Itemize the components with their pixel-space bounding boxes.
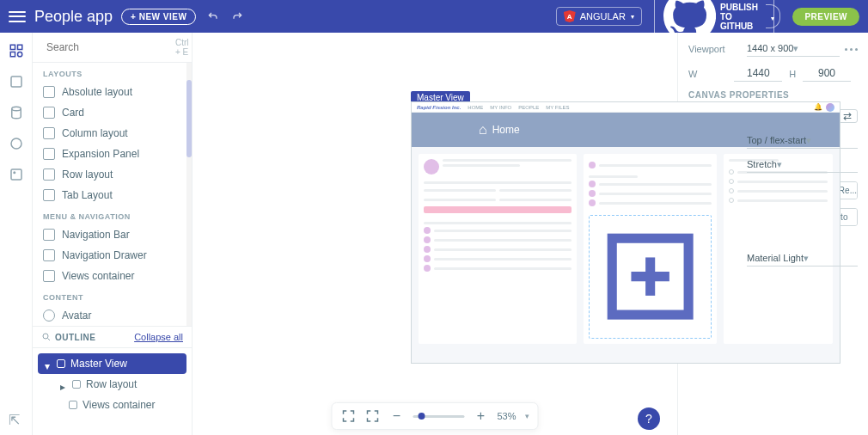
theme-select[interactable]: Material Light▾ (747, 251, 858, 267)
svg-rect-2 (10, 52, 15, 57)
caret-down-icon: ▾ (45, 360, 52, 367)
nav-myinfo[interactable]: MY INFO (490, 105, 511, 110)
zoom-value: 53% (497, 411, 516, 421)
tree-node-views-container[interactable]: Views container (38, 395, 186, 415)
theme-rail-icon[interactable] (9, 136, 24, 151)
component-card[interactable]: Card (33, 102, 186, 123)
height-label: H (789, 69, 803, 79)
home-icon: ⌂ (479, 122, 487, 138)
component-absolute-layout[interactable]: Absolute layout (33, 82, 186, 102)
hero-title: Home (492, 124, 520, 136)
fit-icon[interactable] (340, 408, 356, 424)
angular-icon: A (564, 10, 576, 22)
nav-people[interactable]: PEOPLE (518, 105, 539, 110)
assets-rail-icon[interactable] (9, 167, 24, 182)
chevron-down-icon: ▾ (631, 13, 634, 21)
avatar[interactable] (826, 103, 834, 112)
caret-right-icon: ▸ (60, 381, 67, 388)
more-icon[interactable] (845, 48, 858, 51)
search-shortcut: Ctrl + E (175, 38, 189, 57)
canvas[interactable]: Master View Rapid Fission Inc. HOME MY I… (193, 33, 677, 435)
component-expansion-panel[interactable]: Expansion Panel (33, 144, 186, 164)
outline-title: OUTLINE (55, 333, 95, 342)
svg-rect-4 (11, 77, 21, 87)
svg-line-12 (48, 339, 51, 341)
component-navigation-drawer[interactable]: Navigation Drawer (33, 245, 186, 266)
zoom-toolbar: − + 53% ▾ (331, 402, 538, 430)
outline-tree: ▾ Master View ▸ Row layout Views contain… (33, 348, 192, 420)
add-icon (593, 219, 707, 334)
svg-point-8 (13, 171, 15, 174)
new-view-button[interactable]: + NEW VIEW (121, 9, 196, 25)
tree-node-row-layout[interactable]: ▸ Row layout (38, 374, 186, 395)
svg-rect-1 (17, 45, 21, 49)
redo-icon[interactable] (230, 9, 244, 23)
layouts-section-label: LAYOUTS (33, 63, 186, 82)
zoom-slider[interactable] (413, 415, 464, 418)
svg-point-5 (11, 107, 21, 111)
tool-rail (0, 33, 33, 435)
drop-zone[interactable] (589, 215, 712, 339)
publish-label: PUBLISH TO GITHUB (720, 3, 765, 31)
tree-node-master-view[interactable]: ▾ Master View (38, 353, 186, 374)
svg-point-6 (11, 138, 21, 149)
framework-selector[interactable]: A ANGULAR ▾ (556, 7, 642, 26)
expand-icon[interactable] (364, 408, 380, 424)
component-column-layout[interactable]: Column layout (33, 123, 186, 144)
pages-rail-icon[interactable] (9, 74, 24, 89)
svg-rect-0 (10, 45, 15, 49)
component-tab-layout[interactable]: Tab Layout (33, 185, 186, 205)
data-rail-icon[interactable] (9, 105, 24, 120)
canvas-app-logo: Rapid Fission Inc. (417, 105, 461, 110)
framework-label: ANGULAR (580, 11, 626, 21)
zoom-in-button[interactable]: + (473, 408, 488, 424)
top-bar: People app + NEW VIEW A ANGULAR ▾ PUBLIS… (0, 0, 868, 33)
viewport-select[interactable]: 1440 x 900▾ (747, 41, 840, 57)
help-button[interactable]: ? (638, 407, 660, 430)
svg-rect-7 (11, 169, 21, 180)
menu-nav-section-label: MENU & NAVIGATION (33, 205, 186, 224)
nav-home[interactable]: HOME (468, 105, 483, 110)
width-input[interactable] (734, 65, 782, 82)
component-avatar[interactable]: Avatar (33, 305, 186, 326)
chevron-down-icon[interactable]: ▾ (525, 412, 529, 420)
valign-select[interactable]: Top / flex-start▾ (747, 133, 858, 149)
component-row-layout[interactable]: Row layout (33, 164, 186, 185)
content-section-label: CONTENT (33, 286, 186, 305)
preview-button[interactable]: PREVIEW (792, 8, 859, 26)
svg-point-11 (43, 334, 48, 339)
app-title: People app (34, 8, 113, 26)
nav-myfiles[interactable]: MY FILES (546, 105, 569, 110)
zoom-out-button[interactable]: − (388, 408, 404, 424)
halign-select[interactable]: Stretch▾ (747, 157, 858, 173)
components-panel: Ctrl + E LAYOUTS Absolute layout Card Co… (33, 33, 193, 435)
canvas-props-header: CANVAS PROPERTIES (688, 90, 858, 100)
components-rail-icon[interactable] (9, 43, 24, 58)
publish-dropdown[interactable]: ▾ (766, 4, 780, 28)
component-navigation-bar[interactable]: Navigation Bar (33, 224, 186, 245)
component-search-input[interactable] (46, 41, 175, 53)
component-views-container[interactable]: Views container (33, 266, 186, 286)
collapse-all-link[interactable]: Collapse all (134, 332, 183, 342)
outline-icon (41, 332, 52, 342)
menu-icon[interactable] (9, 8, 26, 25)
height-input[interactable] (803, 65, 851, 82)
width-label: W (688, 69, 734, 79)
panel-toggle-icon[interactable]: ⇱ (9, 412, 20, 428)
undo-icon[interactable] (206, 9, 220, 23)
viewport-label: Viewport (688, 44, 747, 54)
svg-point-3 (17, 52, 21, 57)
components-scrollbar[interactable] (186, 63, 192, 326)
